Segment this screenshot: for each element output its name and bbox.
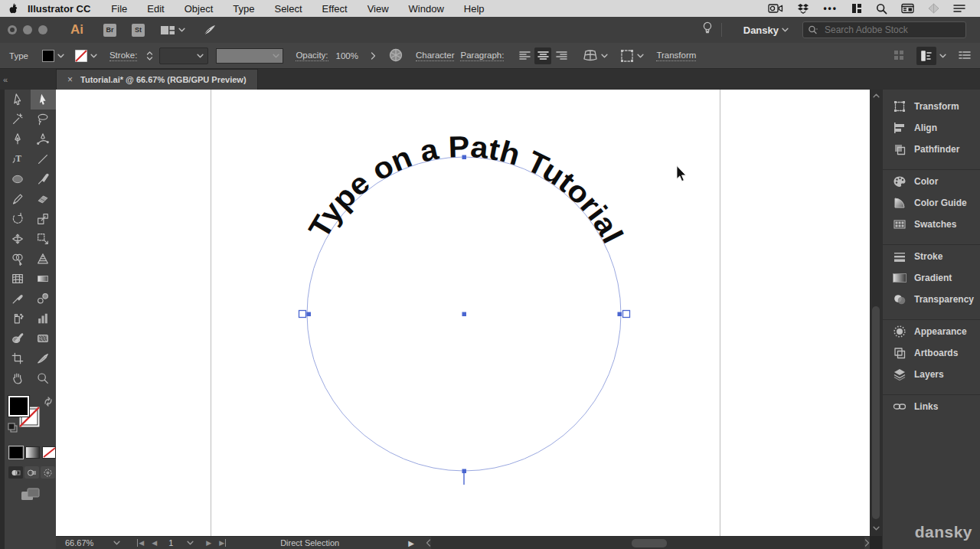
lasso-tool[interactable] <box>31 109 57 129</box>
menu-window[interactable]: Window <box>409 3 444 15</box>
document-tab[interactable]: × Tutorial.ai* @ 66.67% (RGB/GPU Preview… <box>56 69 258 90</box>
zoom-level[interactable]: 66.67% <box>65 538 93 547</box>
panel-tab-align[interactable]: Align <box>883 117 980 139</box>
stroke-color-swatch[interactable] <box>75 50 87 62</box>
stroke-weight-dropdown[interactable] <box>159 47 208 64</box>
scroll-down-icon[interactable] <box>873 526 880 531</box>
eyedropper-tool[interactable] <box>5 289 31 309</box>
window-layout-icon[interactable] <box>851 3 862 14</box>
character-panel-label[interactable]: Character <box>416 51 455 61</box>
chevron-down-icon[interactable] <box>939 54 946 58</box>
assistant-icon[interactable] <box>928 3 939 14</box>
horizontal-scrollbar-track[interactable] <box>431 537 864 549</box>
panel-tab-layers[interactable]: Layers <box>883 364 980 385</box>
scroll-left-icon[interactable] <box>426 539 431 547</box>
apple-icon[interactable] <box>8 2 18 15</box>
stroke-weight-stepper[interactable] <box>145 48 155 64</box>
draw-behind-button[interactable] <box>24 466 39 479</box>
draw-normal-button[interactable] <box>8 466 23 479</box>
panel-tab-artboards[interactable]: Artboards <box>883 342 980 364</box>
first-artboard-button[interactable]: ◀ <box>137 539 144 547</box>
last-artboard-button[interactable]: ▶ <box>219 539 226 547</box>
width-tool[interactable] <box>5 229 31 249</box>
direct-selection-tool[interactable] <box>31 90 57 109</box>
selection-tool[interactable] <box>5 90 31 109</box>
vertical-scrollbar[interactable] <box>870 90 882 549</box>
menu-type[interactable]: Type <box>233 3 254 15</box>
panel-tab-transparency[interactable]: Transparency <box>883 289 980 310</box>
gradient-tool[interactable] <box>31 269 57 289</box>
artboard-number[interactable]: 1 <box>168 538 173 547</box>
previous-artboard-button[interactable]: ◀ <box>152 539 157 547</box>
zoom-window-button[interactable] <box>38 25 47 34</box>
align-center-button[interactable] <box>534 47 551 64</box>
blend-tool[interactable] <box>31 289 57 309</box>
zoom-tool[interactable] <box>31 368 57 388</box>
calculator-icon[interactable] <box>901 3 914 14</box>
screen-record-icon[interactable] <box>768 3 783 14</box>
perspective-grid-tool[interactable] <box>31 249 57 269</box>
free-transform-tool[interactable] <box>31 229 57 249</box>
symbol-sprayer-tool[interactable] <box>5 309 31 328</box>
close-window-button[interactable] <box>8 25 17 34</box>
arrange-documents-button[interactable] <box>160 25 185 36</box>
search-icon[interactable] <box>876 3 887 15</box>
horizontal-scrollbar[interactable] <box>426 537 870 549</box>
tab-collapse-button[interactable]: « <box>3 75 17 84</box>
pencil-tool[interactable] <box>5 189 31 209</box>
mesh-tool[interactable] <box>5 269 31 289</box>
align-left-button[interactable] <box>516 47 533 64</box>
vertical-scrollbar-track[interactable] <box>870 90 882 536</box>
scroll-up-icon[interactable] <box>873 93 880 98</box>
dock-layout-button[interactable] <box>916 47 936 65</box>
paragraph-panel-label[interactable]: Paragraph: <box>460 51 504 61</box>
shape-builder-tool[interactable] <box>5 249 31 269</box>
panel-tab-swatches[interactable]: Swatches <box>883 214 980 235</box>
hand-tool[interactable] <box>5 368 31 388</box>
lightbulb-icon[interactable] <box>701 21 714 39</box>
live-paint-selection-tool[interactable] <box>31 328 57 348</box>
adobe-stock-search[interactable] <box>802 21 966 38</box>
ellipse-tool[interactable] <box>5 169 31 189</box>
more-icon[interactable]: ••• <box>823 3 838 14</box>
text-end-handle[interactable] <box>623 311 630 318</box>
artboard-dropdown-icon[interactable] <box>187 541 194 545</box>
panel-menu-icon[interactable] <box>959 51 971 61</box>
color-wheel-icon[interactable] <box>388 47 403 64</box>
panel-tab-gradient[interactable]: Gradient <box>883 267 980 289</box>
select-similar-button[interactable] <box>620 49 644 63</box>
menu-file[interactable]: File <box>111 3 127 15</box>
panel-tab-appearance[interactable]: Appearance <box>883 321 980 342</box>
opacity-value[interactable]: 100% <box>336 51 358 60</box>
touch-workspace-icon[interactable] <box>893 50 904 62</box>
zoom-dropdown-icon[interactable] <box>113 541 120 545</box>
scroll-right-icon[interactable] <box>864 539 870 547</box>
menu-select[interactable]: Select <box>274 3 302 15</box>
text-start-handle[interactable] <box>299 311 306 318</box>
line-segment-tool[interactable] <box>31 149 57 169</box>
eraser-tool[interactable] <box>31 189 57 209</box>
next-artboard-button[interactable]: ▶ <box>206 539 211 547</box>
screen-mode-button[interactable] <box>5 479 56 502</box>
stock-button[interactable]: St <box>132 24 145 37</box>
gradient-button[interactable] <box>25 446 39 459</box>
chevron-down-icon[interactable] <box>90 54 97 58</box>
paintbrush-tool[interactable] <box>31 169 57 189</box>
fill-color-swatch[interactable] <box>42 50 54 62</box>
recolor-artwork-button[interactable] <box>583 49 608 63</box>
bridge-button[interactable]: Br <box>103 24 116 37</box>
menu-edit[interactable]: Edit <box>147 3 164 15</box>
pen-tool[interactable] <box>5 129 31 149</box>
chevron-right-icon[interactable] <box>371 52 376 60</box>
type-tool[interactable]: T <box>5 149 31 169</box>
path-text[interactable]: Type on a Path Tutorial <box>302 130 629 249</box>
color-button[interactable] <box>9 446 23 459</box>
panel-tab-color-guide[interactable]: Color Guide <box>883 192 980 214</box>
artboard-canvas[interactable]: Type on a Path Tutorial <box>56 90 870 536</box>
panel-tab-transform[interactable]: Transform <box>883 96 980 117</box>
minimize-window-button[interactable] <box>23 25 32 34</box>
artboard-tool[interactable] <box>5 348 31 368</box>
opacity-label[interactable]: Opacity: <box>296 51 328 61</box>
draw-inside-button[interactable] <box>41 466 55 479</box>
list-icon[interactable] <box>953 4 965 13</box>
